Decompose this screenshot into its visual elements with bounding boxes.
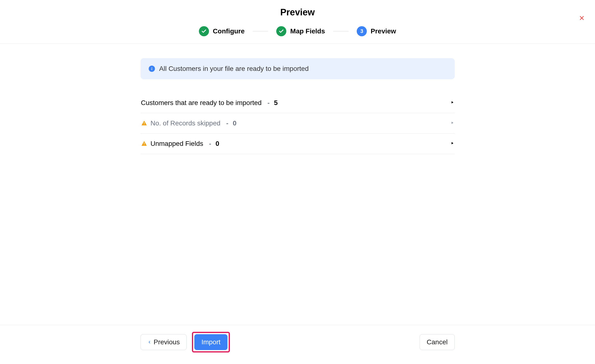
svg-point-2 bbox=[151, 68, 152, 68]
row-count: 0 bbox=[215, 140, 219, 148]
step-label: Preview bbox=[371, 27, 396, 35]
triangle-right-icon bbox=[450, 121, 454, 126]
row-records-skipped[interactable]: No. of Records skipped - 0 bbox=[141, 113, 455, 134]
chevron-left-icon bbox=[148, 340, 151, 344]
svg-rect-9 bbox=[144, 145, 144, 145]
row-label: No. of Records skipped bbox=[151, 119, 220, 127]
step-connector bbox=[333, 31, 348, 31]
step-connector bbox=[253, 31, 268, 31]
step-map-fields[interactable]: Map Fields bbox=[276, 26, 325, 36]
step-label: Configure bbox=[213, 27, 245, 35]
row-dash: - bbox=[209, 140, 211, 148]
row-label: Customers that are ready to be imported bbox=[141, 99, 262, 107]
highlight-box: Import bbox=[192, 332, 230, 352]
previous-button[interactable]: Previous bbox=[141, 334, 187, 350]
svg-rect-8 bbox=[144, 143, 144, 144]
header: Preview Configure Map Fields 3 Preview bbox=[0, 0, 595, 44]
row-customers-ready[interactable]: Customers that are ready to be imported … bbox=[141, 93, 455, 113]
svg-marker-4 bbox=[451, 101, 453, 103]
cancel-button[interactable]: Cancel bbox=[420, 334, 454, 350]
row-label: Unmapped Fields bbox=[151, 140, 203, 148]
svg-rect-6 bbox=[144, 124, 144, 125]
info-banner: All Customers in your file are ready to … bbox=[141, 58, 455, 79]
info-icon bbox=[149, 66, 155, 72]
triangle-right-icon bbox=[450, 100, 454, 105]
svg-rect-5 bbox=[144, 122, 144, 124]
step-configure[interactable]: Configure bbox=[199, 26, 245, 36]
page-title: Preview bbox=[0, 7, 595, 18]
close-icon bbox=[579, 15, 585, 21]
checkmark-icon bbox=[276, 26, 286, 36]
row-dash: - bbox=[226, 119, 228, 127]
warning-icon bbox=[141, 141, 147, 147]
row-count: 0 bbox=[233, 119, 237, 127]
step-preview[interactable]: 3 Preview bbox=[357, 26, 396, 36]
import-button[interactable]: Import bbox=[194, 334, 227, 350]
row-count: 5 bbox=[274, 99, 278, 107]
close-button[interactable] bbox=[577, 14, 586, 23]
svg-marker-10 bbox=[451, 142, 453, 144]
footer: Previous Import Cancel bbox=[0, 325, 595, 364]
content: All Customers in your file are ready to … bbox=[141, 44, 455, 154]
row-unmapped-fields[interactable]: Unmapped Fields - 0 bbox=[141, 134, 455, 154]
info-message: All Customers in your file are ready to … bbox=[159, 65, 309, 72]
step-number-icon: 3 bbox=[357, 26, 367, 36]
svg-rect-3 bbox=[151, 68, 152, 70]
step-label: Map Fields bbox=[290, 27, 325, 35]
svg-marker-7 bbox=[451, 121, 453, 124]
previous-label: Previous bbox=[154, 338, 180, 346]
stepper: Configure Map Fields 3 Preview bbox=[0, 26, 595, 36]
triangle-right-icon bbox=[450, 141, 454, 146]
row-dash: - bbox=[267, 99, 269, 107]
checkmark-icon bbox=[199, 26, 209, 36]
warning-icon bbox=[141, 120, 147, 126]
